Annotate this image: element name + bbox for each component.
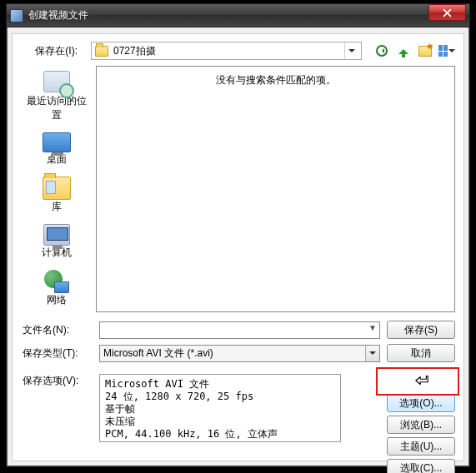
back-button[interactable]	[373, 42, 390, 59]
cancel-button[interactable]: 取消	[387, 344, 455, 362]
save-options-info: Microsoft AVI 文件 24 位, 1280 x 720, 25 fp…	[99, 374, 341, 442]
savein-label: 保存在(I):	[21, 44, 86, 58]
sidebar-item-recent[interactable]: 最近访问的位置	[23, 67, 90, 126]
app-icon	[10, 9, 23, 22]
filetype-label: 保存类型(T):	[21, 346, 93, 361]
sidebar-item-label: 最近访问的位置	[23, 94, 90, 122]
empty-message: 没有与搜索条件匹配的项。	[216, 74, 336, 86]
folder-dropdown[interactable]: 0727拍摄	[91, 42, 362, 60]
library-icon	[43, 177, 71, 200]
up-button[interactable]	[395, 42, 412, 59]
chevron-down-icon	[365, 346, 379, 361]
network-icon	[44, 270, 69, 293]
saveopt-label: 保存选项(V):	[23, 374, 93, 388]
chevron-down-icon	[448, 49, 455, 56]
theme-button[interactable]: 主题(U)...	[387, 437, 455, 456]
browse-button[interactable]: 浏览(B)...	[387, 416, 455, 434]
filename-input[interactable]	[99, 321, 380, 339]
return-button[interactable]	[413, 374, 430, 387]
file-list[interactable]: 没有与搜索条件匹配的项。	[96, 66, 455, 312]
view-menu-button[interactable]	[438, 42, 455, 59]
sidebar-item-desktop[interactable]: 桌面	[23, 127, 90, 170]
new-folder-button[interactable]	[417, 42, 433, 59]
sidebar-item-label: 网络	[23, 293, 90, 307]
new-folder-icon	[418, 46, 432, 57]
places-sidebar: 最近访问的位置 桌面 库 计算机 网络	[21, 66, 93, 312]
close-icon	[443, 8, 452, 17]
desktop-icon	[43, 132, 71, 152]
filetype-value: Microsoft AVI 文件 (*.avi)	[103, 346, 213, 361]
sidebar-item-libraries[interactable]: 库	[23, 172, 90, 217]
titlebar: 创建视频文件	[7, 4, 469, 27]
chevron-down-icon	[344, 42, 358, 59]
folder-name: 0727拍摄	[113, 44, 156, 58]
select-button[interactable]: 选取(C)...	[387, 459, 455, 473]
views-icon	[438, 45, 448, 57]
window-title: 创建视频文件	[28, 8, 466, 22]
recent-icon	[43, 71, 70, 92]
options-button[interactable]: 选项(O)...	[387, 394, 455, 412]
sidebar-item-computer[interactable]: 计算机	[23, 219, 90, 263]
up-icon	[398, 44, 408, 54]
sidebar-item-network[interactable]: 网络	[23, 265, 90, 311]
filename-label: 文件名(N):	[21, 323, 93, 337]
computer-icon	[43, 224, 70, 246]
save-button[interactable]: 保存(S)	[387, 321, 455, 339]
filetype-dropdown[interactable]: Microsoft AVI 文件 (*.avi)	[99, 345, 380, 362]
folder-icon	[95, 46, 108, 57]
sidebar-item-label: 库	[23, 200, 90, 214]
close-button[interactable]	[428, 4, 466, 21]
return-icon	[414, 375, 429, 386]
chevron-down-icon[interactable]: ▼	[368, 323, 377, 332]
back-icon	[376, 45, 388, 57]
